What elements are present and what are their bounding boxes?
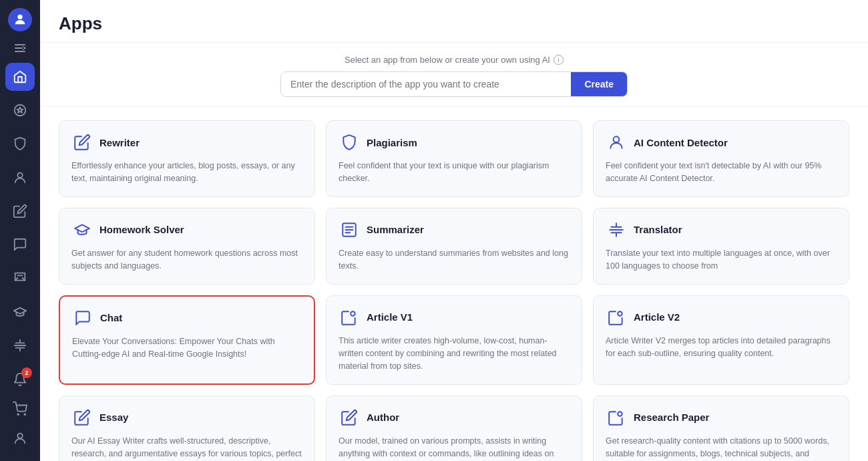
app-card-title-plagiarism: Plagiarism (367, 137, 417, 148)
user-icon (13, 431, 27, 446)
sidebar-item-message[interactable] (5, 264, 35, 292)
search-subtitle-text: Select an app from below or create your … (345, 55, 550, 65)
person-icon (13, 170, 27, 185)
sidebar-item-translate[interactable] (5, 331, 35, 359)
app-card-desc-article-v1: This article writer creates high-volume,… (339, 335, 570, 373)
app-card-header-ai-content-detector: AI Content Detector (606, 132, 837, 153)
summarizer-icon (339, 219, 360, 241)
app-card-desc-ai-content-detector: Feel confident your text isn't detectabl… (606, 160, 837, 186)
logo-icon (13, 12, 27, 27)
ai-content-detector-icon (606, 132, 627, 153)
app-card-homework-solver[interactable]: Homework SolverGet answer for any studen… (59, 208, 315, 285)
app-card-title-homework-solver: Homework Solver (99, 224, 184, 235)
info-icon: i (554, 55, 564, 65)
sidebar-item-notification[interactable]: 2 (5, 365, 35, 394)
app-card-title-rewriter: Rewriter (99, 137, 140, 148)
app-card-title-summarizer: Summarizer (367, 224, 424, 235)
translator-icon (606, 219, 627, 241)
notification-badge: 2 (21, 367, 32, 378)
app-card-title-research-paper: Research Paper (634, 412, 709, 423)
svg-point-16 (618, 311, 622, 316)
message-icon (13, 271, 27, 285)
sidebar-item-cart[interactable] (5, 394, 35, 424)
search-bar: Create (280, 71, 628, 97)
sidebar-item-home[interactable] (5, 63, 35, 91)
edit-icon (13, 204, 27, 218)
chat-icon (72, 307, 93, 329)
app-card-chat[interactable]: ChatElevate Your Conversations: Empower … (59, 295, 315, 385)
sidebar-collapse-button[interactable] (11, 42, 29, 55)
create-button[interactable]: Create (571, 72, 627, 96)
main-content: Apps Select an app from below or create … (40, 0, 868, 461)
app-card-desc-article-v2: Article Writer V2 merges top articles in… (606, 335, 837, 361)
app-card-header-summarizer: Summarizer (339, 219, 570, 241)
article-v2-icon (606, 307, 627, 328)
app-card-header-homework-solver: Homework Solver (71, 219, 302, 241)
svg-point-5 (17, 172, 22, 177)
graduation-icon (13, 305, 27, 319)
app-card-desc-translator: Translate your text into multiple langua… (606, 247, 837, 273)
app-description-input[interactable] (281, 72, 571, 96)
search-section: Select an app from below or create your … (40, 43, 868, 107)
svg-point-0 (17, 15, 22, 19)
research-paper-icon (606, 407, 627, 428)
app-card-header-research-paper: Research Paper (606, 407, 837, 428)
page-header: Apps (40, 0, 868, 43)
sidebar-item-apps[interactable] (5, 96, 35, 124)
app-card-essay[interactable]: EssayOur AI Essay Writer crafts well-str… (59, 396, 315, 461)
article-v1-icon (339, 307, 360, 328)
app-card-header-plagiarism: Plagiarism (339, 132, 570, 153)
app-card-translator[interactable]: TranslatorTranslate your text into multi… (593, 208, 849, 285)
app-card-ai-content-detector[interactable]: AI Content DetectorFeel confident your t… (593, 120, 849, 197)
app-card-header-article-v2: Article V2 (606, 307, 837, 328)
sidebar-logo (8, 8, 32, 31)
plagiarism-icon (339, 132, 360, 153)
chat-bubble-icon (13, 237, 27, 252)
app-card-title-ai-content-detector: AI Content Detector (634, 137, 728, 148)
app-card-title-essay: Essay (99, 412, 128, 423)
rewriter-icon (71, 132, 93, 153)
app-card-author[interactable]: AuthorOur model, trained on various prom… (326, 396, 582, 461)
app-card-plagiarism[interactable]: PlagiarismFeel confident that your text … (326, 120, 582, 197)
sidebar: 2 (0, 0, 40, 461)
sidebar-item-user[interactable] (5, 424, 35, 453)
author-icon (339, 407, 360, 428)
sidebar-item-graduation[interactable] (5, 298, 35, 326)
svg-point-17 (618, 412, 622, 416)
app-card-title-chat: Chat (100, 312, 122, 323)
search-subtitle: Select an app from below or create your … (345, 55, 564, 65)
app-card-desc-rewriter: Effortlessly enhance your articles, blog… (71, 160, 302, 186)
app-card-desc-summarizer: Create easy to understand summaries from… (339, 247, 570, 273)
app-card-title-article-v1: Article V1 (367, 311, 413, 323)
homework-solver-icon (71, 219, 93, 241)
sidebar-item-shield[interactable] (5, 130, 35, 158)
sidebar-item-chat[interactable] (5, 230, 35, 259)
translate-icon (13, 338, 27, 353)
sidebar-item-edit[interactable] (5, 197, 35, 225)
app-card-desc-homework-solver: Get answer for any student homework ques… (71, 247, 302, 273)
app-card-header-essay: Essay (71, 407, 302, 428)
svg-point-4 (15, 105, 26, 116)
apps-icon (13, 103, 27, 118)
app-card-desc-author: Our model, trained on various prompts, a… (339, 435, 570, 461)
app-card-article-v2[interactable]: Article V2Article Writer V2 merges top a… (593, 295, 849, 385)
app-card-summarizer[interactable]: SummarizerCreate easy to understand summ… (326, 208, 582, 285)
app-card-header-translator: Translator (606, 219, 837, 241)
essay-icon (71, 407, 93, 428)
app-card-desc-essay: Our AI Essay Writer crafts well-structur… (71, 435, 302, 461)
app-card-desc-chat: Elevate Your Conversations: Empower Your… (72, 335, 302, 361)
app-card-research-paper[interactable]: Research PaperGet research-quality conte… (593, 396, 849, 461)
app-card-header-chat: Chat (72, 307, 302, 329)
app-card-article-v1[interactable]: Article V1This article writer creates hi… (326, 295, 582, 385)
shield-icon (13, 136, 27, 151)
sidebar-bottom: 2 (5, 365, 35, 453)
page-title: Apps (59, 13, 849, 34)
home-icon (13, 69, 27, 84)
app-card-header-article-v1: Article V1 (339, 307, 570, 328)
app-card-header-author: Author (339, 407, 570, 428)
sidebar-item-person[interactable] (5, 164, 35, 192)
svg-point-7 (17, 414, 19, 415)
svg-point-8 (24, 414, 25, 415)
app-card-title-translator: Translator (634, 224, 682, 235)
app-card-rewriter[interactable]: RewriterEffortlessly enhance your articl… (59, 120, 315, 197)
